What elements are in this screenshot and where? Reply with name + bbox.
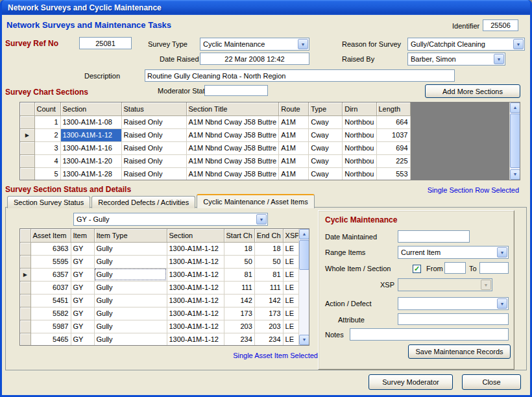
cell-end_ch[interactable]: 81	[254, 268, 283, 281]
cell-route[interactable]: A1M	[279, 128, 309, 141]
column-header-item[interactable]: Item	[71, 229, 94, 242]
row-selector[interactable]	[20, 320, 30, 333]
cell-section[interactable]: 1300-A1M-1-12	[167, 255, 224, 268]
asset-filter-select[interactable]: GY - Gully ▼	[73, 213, 268, 226]
cell-section[interactable]: 1300-A1M-1-16	[60, 141, 121, 154]
column-header-count[interactable]: Count	[34, 102, 60, 115]
asset-grid-scrollbar[interactable]: ▲ ▼	[298, 229, 309, 345]
cell-asset_item[interactable]: 5465	[30, 333, 71, 346]
action-defect-select[interactable]: ▼	[398, 297, 509, 310]
table-row[interactable]: 41300-A1M-1-20Raised OnlyA1M Nbnd Cway J…	[20, 154, 410, 167]
cell-start_ch[interactable]: 81	[224, 268, 254, 281]
scroll-up-icon[interactable]: ▲	[510, 102, 520, 113]
cell-asset_item[interactable]: 6363	[30, 242, 71, 255]
cell-title[interactable]: A1M Nbnd Cway J58 Buttre	[186, 128, 279, 141]
cell-section[interactable]: 1300-A1M-1-28	[60, 167, 121, 180]
column-header-section[interactable]: Section	[60, 102, 121, 115]
cell-end_ch[interactable]: 18	[254, 242, 283, 255]
row-selector[interactable]	[20, 294, 30, 307]
survey-moderator-button[interactable]: Survey Moderator	[369, 374, 453, 390]
table-row[interactable]: 6037GYGully1300-A1M-1-12111111LE	[20, 281, 302, 294]
cell-end_ch[interactable]: 203	[254, 320, 283, 333]
cell-end_ch[interactable]: 142	[254, 294, 283, 307]
row-selector[interactable]	[20, 167, 34, 180]
column-header-end_ch[interactable]: End Ch	[254, 229, 283, 242]
raised-by-select[interactable]: Barber, Simon ▼	[407, 53, 505, 66]
cell-section[interactable]: 1300-A1M-1-12	[167, 307, 224, 320]
table-row[interactable]: 31300-A1M-1-16Raised OnlyA1M Nbnd Cway J…	[20, 141, 410, 154]
cell-section[interactable]: 1300-A1M-1-20	[60, 154, 121, 167]
cell-count[interactable]: 5	[34, 167, 60, 180]
cell-type[interactable]: Cway	[309, 141, 343, 154]
cell-section[interactable]: 1300-A1M-1-12	[167, 333, 224, 346]
scrollbar-thumb[interactable]	[299, 240, 309, 270]
cell-item[interactable]: GY	[71, 320, 94, 333]
from-field[interactable]	[444, 262, 466, 274]
cell-section[interactable]: 1300-A1M-1-12	[60, 128, 121, 141]
cell-dirn[interactable]: Northbou	[343, 115, 376, 128]
cell-type[interactable]: Cway	[309, 167, 343, 180]
cell-item_type[interactable]: Gully	[94, 268, 167, 281]
cell-end_ch[interactable]: 173	[254, 307, 283, 320]
cell-title[interactable]: A1M Nbnd Cway J58 Buttre	[186, 141, 279, 154]
chevron-down-icon[interactable]: ▼	[513, 39, 524, 49]
cell-length[interactable]: 225	[376, 154, 410, 167]
survey-type-select[interactable]: Cyclic Maintenance ▼	[200, 38, 309, 51]
row-selector[interactable]	[20, 154, 34, 167]
cell-type[interactable]: Cway	[309, 115, 343, 128]
cell-start_ch[interactable]: 234	[224, 333, 254, 346]
column-header-asset_item[interactable]: Asset Item	[30, 229, 71, 242]
column-header-item_type[interactable]: Item Type	[94, 229, 167, 242]
notes-field[interactable]	[350, 328, 509, 341]
cell-length[interactable]: 664	[376, 115, 410, 128]
moderator-status-field[interactable]	[204, 85, 268, 96]
cell-end_ch[interactable]: 50	[254, 255, 283, 268]
row-selector[interactable]	[20, 141, 34, 154]
cell-title[interactable]: A1M Nbnd Cway J58 Buttre	[186, 167, 279, 180]
attribute-field[interactable]	[398, 313, 509, 325]
cell-route[interactable]: A1M	[279, 115, 309, 128]
cell-status[interactable]: Raised Only	[121, 154, 186, 167]
cell-start_ch[interactable]: 203	[224, 320, 254, 333]
column-header-route[interactable]: Route	[279, 102, 309, 115]
cell-start_ch[interactable]: 111	[224, 281, 254, 294]
cell-asset_item[interactable]: 6037	[30, 281, 71, 294]
cell-item[interactable]: GY	[71, 307, 94, 320]
cell-item_type[interactable]: Gully	[94, 255, 167, 268]
cell-dirn[interactable]: Northbou	[343, 154, 376, 167]
cell-title[interactable]: A1M Nbnd Cway J58 Buttre	[186, 115, 279, 128]
chevron-down-icon[interactable]: ▼	[298, 39, 308, 49]
cell-route[interactable]: A1M	[279, 141, 309, 154]
cell-asset_item[interactable]: 5987	[30, 320, 71, 333]
table-row[interactable]: 5465GYGully1300-A1M-1-12234234LE	[20, 333, 302, 346]
cell-item_type[interactable]: Gully	[94, 333, 167, 346]
cell-count[interactable]: 3	[34, 141, 60, 154]
cell-status[interactable]: Raised Only	[121, 115, 186, 128]
cell-asset_item[interactable]: 5595	[30, 255, 71, 268]
column-header-title[interactable]: Section Title	[186, 102, 279, 115]
cell-status[interactable]: Raised Only	[121, 141, 186, 154]
column-header-section[interactable]: Section	[167, 229, 224, 242]
cell-item[interactable]: GY	[71, 255, 94, 268]
row-selector[interactable]	[20, 255, 30, 268]
cell-dirn[interactable]: Northbou	[343, 167, 376, 180]
cell-item[interactable]: GY	[71, 268, 94, 281]
cell-item[interactable]: GY	[71, 242, 94, 255]
cell-dirn[interactable]: Northbou	[343, 128, 376, 141]
cell-asset_item[interactable]: 5582	[30, 307, 71, 320]
cell-length[interactable]: 1037	[376, 128, 410, 141]
row-selector[interactable]: ▶	[20, 128, 34, 141]
cell-item_type[interactable]: Gully	[94, 281, 167, 294]
chevron-down-icon[interactable]: ▼	[497, 298, 507, 309]
chart-grid-scrollbar[interactable]: ▲ ▼	[509, 102, 520, 180]
table-row[interactable]: 6363GYGully1300-A1M-1-121818LE	[20, 242, 302, 255]
chevron-down-icon[interactable]: ▼	[497, 247, 507, 258]
scroll-down-icon[interactable]: ▼	[510, 169, 520, 180]
date-raised-field[interactable]	[200, 53, 309, 65]
table-row[interactable]: 5987GYGully1300-A1M-1-12203203LE	[20, 320, 302, 333]
survey-ref-field[interactable]	[79, 37, 132, 49]
chevron-down-icon[interactable]: ▼	[256, 214, 267, 224]
cell-type[interactable]: Cway	[309, 128, 343, 141]
table-row[interactable]: ▶6357GYGully1300-A1M-1-128181LE	[20, 268, 302, 281]
cell-item_type[interactable]: Gully	[94, 320, 167, 333]
